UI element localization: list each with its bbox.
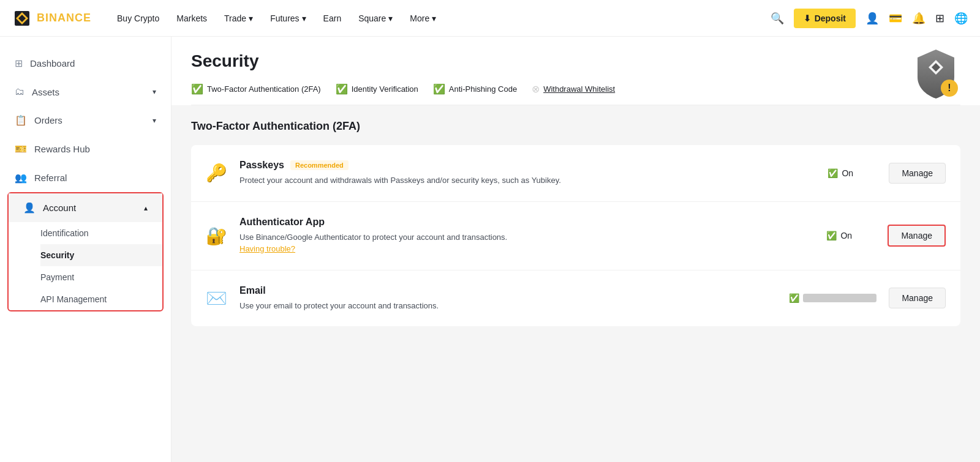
nav-trade[interactable]: Trade ▾ (217, 10, 260, 27)
chevron-down-icon: ▾ (153, 116, 156, 125)
scan-icon[interactable]: ⊞ (935, 12, 944, 25)
shield-badge: ! (911, 47, 960, 103)
chevron-down-icon: ▾ (249, 13, 253, 23)
account-icon: 👤 (23, 202, 36, 214)
notification-icon[interactable]: 🔔 (912, 12, 925, 25)
page-header: Security ! (172, 37, 980, 105)
logo[interactable]: BINANCE (12, 9, 91, 28)
authenticator-info: Authenticator App Use Binance/Google Aut… (239, 217, 814, 255)
profile-icon[interactable]: 👤 (865, 12, 879, 25)
check-icon: ✅ (789, 293, 799, 303)
sidebar-item-orders[interactable]: 📋 Orders ▾ (0, 106, 171, 135)
badge-2fa: ✅ Two-Factor Authentication (2FA) (191, 83, 321, 95)
passkeys-desc: Protect your account and withdrawals wit… (239, 174, 815, 187)
sidebar-item-security[interactable]: Security (40, 244, 162, 266)
sidebar-item-payment[interactable]: Payment (40, 266, 162, 288)
email-icon: ✉️ (206, 288, 227, 308)
sidebar-item-identification[interactable]: Identification (40, 222, 162, 244)
chevron-down-icon: ▾ (153, 88, 156, 96)
sidebar-item-rewards-hub[interactable]: 🎫 Rewards Hub (0, 135, 171, 163)
check-icon: ✅ (191, 83, 203, 95)
authenticator-icon: 🔐 (206, 226, 227, 246)
passkeys-manage: Manage (889, 163, 946, 184)
sidebar-item-dashboard[interactable]: ⊞ Dashboard (0, 49, 171, 78)
nav-buy-crypto[interactable]: Buy Crypto (110, 10, 167, 27)
sidebar-item-assets[interactable]: 🗂 Assets ▾ (0, 78, 171, 106)
nav-earn[interactable]: Earn (316, 10, 349, 27)
authenticator-status: ✅ On (826, 231, 875, 240)
referral-icon: 👥 (15, 172, 27, 184)
svg-text:!: ! (948, 83, 951, 93)
chevron-up-icon: ▴ (144, 204, 148, 212)
recommended-badge: Recommended (290, 160, 349, 170)
account-section: 👤 Account ▴ Identification Security Paym… (7, 192, 164, 311)
email-card: ✉️ Email Use your email to protect your … (191, 270, 960, 327)
authenticator-title: Authenticator App (239, 217, 814, 228)
email-desc: Use your email to protect your account a… (239, 300, 777, 312)
sidebar: ⊞ Dashboard 🗂 Assets ▾ 📋 Orders ▾ 🎫 Rewa… (0, 37, 172, 462)
chevron-down-icon: ▾ (388, 13, 393, 23)
passkeys-icon: 🔑 (206, 163, 227, 183)
badge-whitelist[interactable]: ⊗ Withdrawal Whitelist (532, 83, 615, 95)
assets-icon: 🗂 (15, 86, 24, 97)
main-content: Security ! (172, 37, 980, 462)
email-title: Email (239, 285, 777, 296)
deposit-icon: ⬇ (804, 13, 811, 23)
2fa-cards: 🔑 Passkeys Recommended Protect your acco… (191, 145, 960, 326)
passkeys-title: Passkeys Recommended (239, 160, 815, 171)
wallet-icon[interactable]: 💳 (889, 12, 902, 25)
page-title: Security (191, 51, 960, 71)
authenticator-manage: Manage (888, 225, 946, 247)
authenticator-manage-button[interactable]: Manage (888, 225, 946, 247)
chevron-down-icon: ▾ (302, 13, 306, 23)
passkeys-card: 🔑 Passkeys Recommended Protect your acco… (191, 145, 960, 202)
email-manage: Manage (889, 288, 946, 308)
main-layout: ⊞ Dashboard 🗂 Assets ▾ 📋 Orders ▾ 🎫 Rewa… (0, 37, 980, 462)
rewards-icon: 🎫 (15, 143, 27, 155)
top-navigation: BINANCE Buy Crypto Markets Trade ▾ Futur… (0, 0, 980, 37)
email-info: Email Use your email to protect your acc… (239, 285, 777, 312)
having-trouble-link[interactable]: Having trouble? (239, 244, 295, 253)
globe-icon[interactable]: 🌐 (954, 12, 968, 25)
sidebar-item-account[interactable]: 👤 Account ▴ (9, 193, 162, 222)
passkeys-info: Passkeys Recommended Protect your accoun… (239, 160, 815, 187)
content-area: Two-Factor Authentication (2FA) 🔑 Passke… (172, 105, 980, 341)
check-icon: ✅ (826, 231, 837, 240)
nav-links: Buy Crypto Markets Trade ▾ Futures ▾ Ear… (110, 10, 771, 27)
passkeys-manage-button[interactable]: Manage (889, 163, 946, 184)
badge-identity: ✅ Identity Verification (336, 83, 418, 95)
check-icon: ✅ (433, 83, 445, 95)
authenticator-card: 🔐 Authenticator App Use Binance/Google A… (191, 202, 960, 270)
badge-antiphishing: ✅ Anti-Phishing Code (433, 83, 517, 95)
passkeys-status: ✅ On (827, 168, 876, 178)
x-circle-icon: ⊗ (532, 83, 540, 95)
nav-more[interactable]: More ▾ (402, 10, 443, 27)
deposit-button[interactable]: ⬇ Deposit (794, 9, 856, 28)
authenticator-desc: Use Binance/Google Authenticator to prot… (239, 231, 814, 255)
orders-icon: 📋 (15, 114, 27, 126)
security-badges: ✅ Two-Factor Authentication (2FA) ✅ Iden… (191, 83, 960, 105)
nav-square[interactable]: Square ▾ (351, 10, 400, 27)
check-icon: ✅ (336, 83, 348, 95)
home-icon: ⊞ (15, 58, 23, 69)
email-masked-value (803, 294, 876, 302)
search-icon[interactable]: 🔍 (771, 12, 784, 25)
sidebar-item-referral[interactable]: 👥 Referral (0, 163, 171, 192)
check-icon: ✅ (827, 168, 838, 178)
email-manage-button[interactable]: Manage (889, 288, 946, 308)
account-submenu: Identification Security Payment API Mana… (9, 222, 162, 310)
2fa-section-title: Two-Factor Authentication (2FA) (191, 120, 960, 133)
nav-futures[interactable]: Futures ▾ (263, 10, 313, 27)
sidebar-item-api-management[interactable]: API Management (40, 288, 162, 310)
nav-markets[interactable]: Markets (169, 10, 214, 27)
nav-right: 🔍 ⬇ Deposit 👤 💳 🔔 ⊞ 🌐 (771, 9, 968, 28)
chevron-down-icon: ▾ (432, 13, 436, 23)
email-status: ✅ (789, 293, 876, 303)
